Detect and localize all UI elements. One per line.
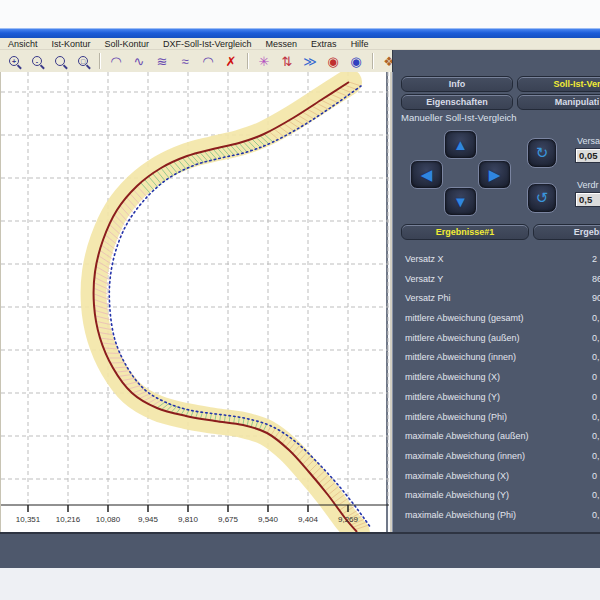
result-label: maximale Abweichung (innen) [405, 451, 525, 461]
result-row: Versatz Y86 [393, 270, 600, 290]
contour-plot[interactable]: 10,35110,21610,0809,9459,8109,6759,5409,… [0, 72, 388, 532]
x-axis-tick-label: 9,540 [251, 515, 285, 524]
zoom-in-icon: + [9, 56, 19, 66]
result-label: mittlere Abweichung (Phi) [405, 412, 507, 422]
move-up-button[interactable]: ▲ [444, 130, 477, 159]
zoom-out-icon: - [32, 56, 42, 66]
globe-blue-icon[interactable]: ◉ [346, 52, 366, 70]
toolbar-separator [99, 53, 100, 69]
result-label: mittlere Abweichung (Y) [405, 392, 500, 402]
result-row: maximale Abweichung (Phi)0, [393, 506, 600, 526]
tab-soll-ist-vergleich[interactable]: Soll-Ist-Ver [517, 76, 600, 92]
arrow-up-icon: ▲ [453, 136, 468, 153]
move-left-button[interactable]: ◀ [410, 160, 443, 189]
result-label: maximale Abweichung (Y) [405, 490, 509, 500]
menu-item-messen[interactable]: Messen [266, 39, 298, 49]
result-label: maximale Abweichung (X) [405, 471, 509, 481]
tab-ergebnisse-2[interactable]: Ergebnis [533, 224, 600, 240]
contour-edit-icon[interactable]: ≋ [152, 52, 172, 70]
menu-item-soll-kontur[interactable]: Soll-Kontur [105, 39, 150, 49]
menu-item-extras[interactable]: Extras [311, 39, 337, 49]
toolbar-separator [372, 53, 373, 69]
contour-search-icon[interactable]: ◠ [198, 52, 218, 70]
globe-red-icon[interactable]: ◉ [323, 52, 343, 70]
bottom-bar [0, 532, 600, 568]
arrow-right-icon: ▶ [489, 166, 501, 184]
result-row: maximale Abweichung (außen)0, [393, 427, 600, 447]
x-axis-tick-label: 10,080 [91, 515, 125, 524]
result-row: maximale Abweichung (innen)0, [393, 447, 600, 467]
result-row: mittlere Abweichung (innen)0, [393, 348, 600, 368]
rotate-ccw-icon: ↻ [536, 144, 549, 162]
point-compare-icon[interactable]: ✳ [254, 52, 274, 70]
verdrehung-input[interactable]: 0,5 [575, 192, 600, 207]
move-down-button[interactable]: ▼ [444, 187, 477, 216]
result-value: 0, [592, 431, 600, 441]
contour-arc-icon[interactable]: ◠ [106, 52, 126, 70]
result-row: maximale Abweichung (Y)0, [393, 486, 600, 506]
zoom-in-icon[interactable]: + [4, 52, 24, 70]
tab-ergebnisse-1[interactable]: Ergebnisse#1 [401, 224, 529, 240]
result-label: mittlere Abweichung (innen) [405, 352, 516, 362]
title-bar[interactable] [0, 28, 600, 38]
result-label: maximale Abweichung (Phi) [405, 510, 516, 520]
panel-header-strip [392, 50, 600, 72]
result-row: mittlere Abweichung (gesamt)0, [393, 309, 600, 329]
zoom-out-icon[interactable]: - [27, 52, 47, 70]
delete-icon[interactable]: ✗ [221, 52, 241, 70]
zoom-fit-icon: □ [78, 56, 88, 66]
result-row: mittlere Abweichung (Phi)0, [393, 408, 600, 428]
result-label: Versatz Y [405, 274, 443, 284]
mirror-icon[interactable]: ⇅ [277, 52, 297, 70]
result-label: mittlere Abweichung (außen) [405, 333, 520, 343]
x-axis-tick-label: 9,945 [131, 515, 165, 524]
contour-copy-icon[interactable]: ≈ [175, 52, 195, 70]
result-value: 2 [592, 254, 597, 264]
versatz-label: Versa [577, 136, 600, 146]
result-label: Versatz Phi [405, 293, 451, 303]
menu-item-ansicht[interactable]: Ansicht [8, 39, 38, 49]
result-row: Versatz Phi90 [393, 289, 600, 309]
zoom-window-icon[interactable] [50, 52, 70, 70]
result-row: mittlere Abweichung (außen)0, [393, 329, 600, 349]
x-axis-tick-label: 10,351 [11, 515, 45, 524]
contour-zoom-icon[interactable]: ∿ [129, 52, 149, 70]
result-row: Versatz X2 [393, 250, 600, 270]
transform-icon[interactable]: ≫ [300, 52, 320, 70]
plot-canvas [1, 72, 389, 532]
zoom-fit-icon[interactable]: □ [73, 52, 93, 70]
result-value: 0 [592, 392, 597, 402]
result-value: 0, [592, 451, 600, 461]
result-value: 0, [592, 412, 600, 422]
result-label: maximale Abweichung (außen) [405, 431, 529, 441]
menu-item-ist-kontur[interactable]: Ist-Kontur [52, 39, 91, 49]
tab-manipulation[interactable]: Manipulati [517, 94, 600, 110]
rotate-cw-icon: ↺ [536, 189, 549, 207]
tab-info[interactable]: Info [401, 76, 513, 92]
result-row: maximale Abweichung (X)0 [393, 467, 600, 487]
menu-item-dxf-soll-ist-vergleich[interactable]: DXF-Soll-Ist-Vergleich [163, 39, 252, 49]
x-axis-tick-label: 10,216 [51, 515, 85, 524]
x-axis-tick-label: 9,675 [211, 515, 245, 524]
result-value: 0 [592, 471, 597, 481]
result-label: mittlere Abweichung (gesamt) [405, 313, 524, 323]
x-axis-tick-label: 9,810 [171, 515, 205, 524]
result-value: 90 [592, 293, 600, 303]
side-panel: Info Soll-Ist-Ver Eigenschaften Manipula… [392, 72, 600, 532]
result-row: mittlere Abweichung (X)0 [393, 368, 600, 388]
rotate-cw-button[interactable]: ↺ [527, 183, 557, 213]
result-value: 0, [592, 313, 600, 323]
zoom-window-icon [55, 56, 65, 66]
tab-eigenschaften[interactable]: Eigenschaften [401, 94, 513, 110]
rotate-ccw-button[interactable]: ↻ [527, 138, 557, 168]
result-value: 86 [592, 274, 600, 284]
x-axis-tick-label: 9,269 [331, 515, 365, 524]
arrow-left-icon: ◀ [421, 166, 433, 184]
move-right-button[interactable]: ▶ [478, 160, 511, 189]
result-value: 0, [592, 352, 600, 362]
versatz-input[interactable]: 0,05 [575, 148, 600, 163]
result-value: 0, [592, 333, 600, 343]
results-list: Versatz X2Versatz Y86Versatz Phi90mittle… [393, 250, 600, 526]
menu-item-hilfe[interactable]: Hilfe [351, 39, 369, 49]
toolbar-separator [247, 53, 248, 69]
